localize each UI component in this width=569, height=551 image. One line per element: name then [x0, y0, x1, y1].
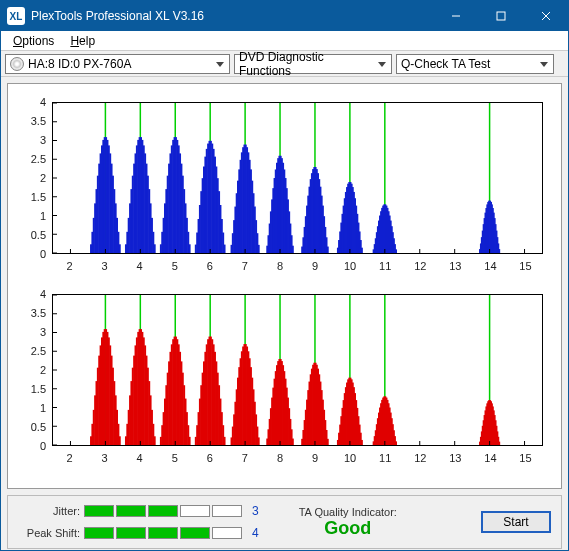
jitter-value: 3: [252, 504, 259, 518]
meter-segment: [116, 527, 146, 539]
jitter-label: Jitter:: [18, 505, 80, 517]
x-tick-label: 5: [172, 260, 178, 272]
peakshift-meter: Peak Shift: 4: [18, 526, 259, 540]
x-tick-label: 4: [137, 452, 143, 464]
y-tick-label: 0.5: [31, 229, 46, 241]
y-tick-label: 0: [40, 248, 46, 260]
meter-segment: [84, 505, 114, 517]
y-tick-label: 1.5: [31, 191, 46, 203]
window-title: PlexTools Professional XL V3.16: [31, 9, 433, 23]
x-tick-label: 14: [484, 452, 496, 464]
x-tick-label: 7: [242, 260, 248, 272]
titlebar: XL PlexTools Professional XL V3.16: [1, 1, 568, 31]
x-tick-label: 12: [414, 452, 426, 464]
x-tick-label: 6: [207, 260, 213, 272]
quality-indicator: TA Quality Indicator: Good: [299, 506, 397, 539]
x-tick-label: 2: [66, 260, 72, 272]
y-tick-label: 0: [40, 440, 46, 452]
y-tick-label: 4: [40, 96, 46, 108]
meter-segment: [148, 527, 178, 539]
svg-rect-1: [497, 12, 505, 20]
device-select-value: HA:8 ID:0 PX-760A: [28, 57, 131, 71]
chart-top: 00.511.522.533.54 23456789101112131415: [12, 96, 557, 276]
x-tick-label: 13: [449, 452, 461, 464]
chart-top-plot: [52, 102, 543, 254]
x-tick-label: 5: [172, 452, 178, 464]
category-select[interactable]: DVD Diagnostic Functions: [234, 54, 392, 74]
close-button[interactable]: [523, 1, 568, 31]
category-select-value: DVD Diagnostic Functions: [239, 50, 373, 78]
y-tick-label: 1: [40, 402, 46, 414]
y-tick-label: 3.5: [31, 115, 46, 127]
y-tick-label: 2.5: [31, 345, 46, 357]
chart-bottom-plot: [52, 294, 543, 446]
x-tick-label: 9: [312, 260, 318, 272]
x-tick-label: 10: [344, 452, 356, 464]
menu-help[interactable]: Help: [62, 32, 103, 50]
x-tick-label: 9: [312, 452, 318, 464]
disc-icon: [10, 57, 24, 71]
meter-segment: [180, 505, 210, 517]
x-tick-label: 11: [379, 260, 391, 272]
x-tick-label: 15: [519, 452, 531, 464]
minimize-button[interactable]: [433, 1, 478, 31]
meter-segment: [212, 527, 242, 539]
x-tick-label: 7: [242, 452, 248, 464]
x-tick-label: 10: [344, 260, 356, 272]
meter-segment: [116, 505, 146, 517]
meter-segment: [180, 527, 210, 539]
maximize-button[interactable]: [478, 1, 523, 31]
x-tick-label: 12: [414, 260, 426, 272]
x-tick-label: 4: [137, 260, 143, 272]
y-tick-label: 2.5: [31, 153, 46, 165]
y-tick-label: 1.5: [31, 383, 46, 395]
meter-segment: [84, 527, 114, 539]
y-tick-label: 3: [40, 134, 46, 146]
x-tick-label: 15: [519, 260, 531, 272]
y-tick-label: 4: [40, 288, 46, 300]
y-tick-label: 0.5: [31, 421, 46, 433]
menubar: Options Help: [1, 31, 568, 51]
x-tick-label: 2: [66, 452, 72, 464]
x-tick-label: 11: [379, 452, 391, 464]
x-tick-label: 8: [277, 260, 283, 272]
peakshift-value: 4: [252, 526, 259, 540]
y-tick-label: 2: [40, 172, 46, 184]
results-panel: Jitter: 3 Peak Shift: 4 TA Quality Indic…: [7, 495, 562, 549]
menu-options[interactable]: Options: [5, 32, 62, 50]
toolbar: HA:8 ID:0 PX-760A DVD Diagnostic Functio…: [1, 51, 568, 77]
x-tick-label: 8: [277, 452, 283, 464]
y-tick-label: 1: [40, 210, 46, 222]
x-tick-label: 14: [484, 260, 496, 272]
app-logo-icon: XL: [7, 7, 25, 25]
chart-panel: 00.511.522.533.54 23456789101112131415 0…: [7, 83, 562, 489]
y-tick-label: 3: [40, 326, 46, 338]
jitter-meter: Jitter: 3: [18, 504, 259, 518]
y-tick-label: 3.5: [31, 307, 46, 319]
meter-segment: [212, 505, 242, 517]
x-tick-label: 3: [102, 260, 108, 272]
quality-label: TA Quality Indicator:: [299, 506, 397, 518]
test-select[interactable]: Q-Check TA Test: [396, 54, 554, 74]
x-tick-label: 6: [207, 452, 213, 464]
peakshift-label: Peak Shift:: [18, 527, 80, 539]
chart-bottom: 00.511.522.533.54 23456789101112131415: [12, 288, 557, 468]
x-tick-label: 3: [102, 452, 108, 464]
start-button[interactable]: Start: [481, 511, 551, 533]
quality-value: Good: [299, 518, 397, 539]
meter-segment: [148, 505, 178, 517]
x-tick-label: 13: [449, 260, 461, 272]
test-select-value: Q-Check TA Test: [401, 57, 490, 71]
y-tick-label: 2: [40, 364, 46, 376]
device-select[interactable]: HA:8 ID:0 PX-760A: [5, 54, 230, 74]
